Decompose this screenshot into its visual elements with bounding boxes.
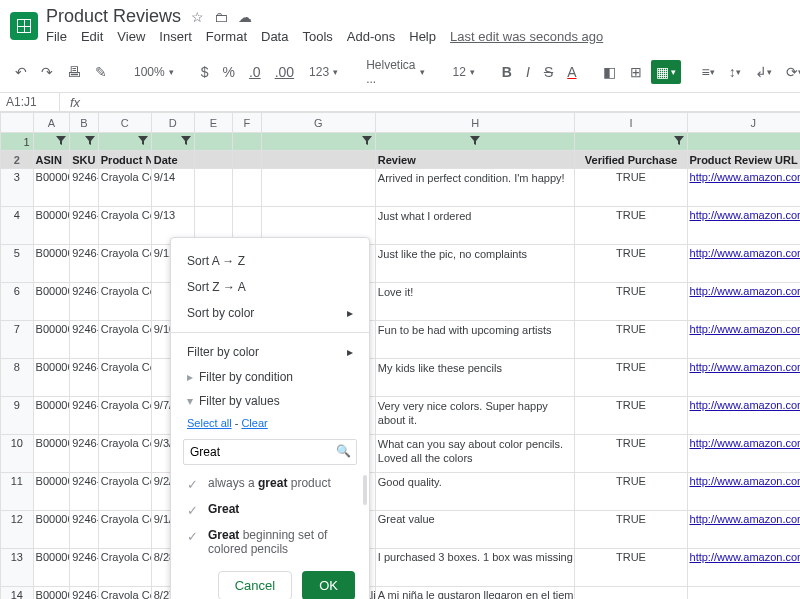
filter-dropdown: Sort A → Z Sort Z → A Sort by color▸ Fil… <box>170 237 370 599</box>
filter-icon[interactable] <box>261 133 375 151</box>
wrap-icon[interactable]: ↲▾ <box>750 60 777 84</box>
menu-insert[interactable]: Insert <box>159 29 192 44</box>
v-align-icon[interactable]: ↕▾ <box>724 60 746 84</box>
clear-link[interactable]: Clear <box>241 417 267 429</box>
col-G[interactable]: G <box>261 113 375 133</box>
table-row[interactable]: 4B000069246-Crayola Col9/13Just what I o… <box>1 207 801 245</box>
filter-value-item[interactable]: ✓Great <box>177 497 363 523</box>
col-E[interactable]: E <box>194 113 233 133</box>
h-align-icon[interactable]: ≡▾ <box>697 60 720 84</box>
currency-button[interactable]: $ <box>196 60 214 84</box>
fx-label: fx <box>60 95 90 110</box>
table-row[interactable]: 3B000069246-Crayola Col9/14Arrived in pe… <box>1 169 801 207</box>
last-edit-link[interactable]: Last edit was seconds ago <box>450 29 603 44</box>
filter-icon[interactable] <box>98 133 151 151</box>
font-select[interactable]: Helvetica ...▾ <box>360 56 430 88</box>
table-row[interactable]: 13B000069246-Crayola Col8/28/2021laxdu1M… <box>1 549 801 587</box>
app-header: Product Reviews ☆ 🗀 ☁ File Edit View Ins… <box>0 0 800 52</box>
filter-value-item[interactable]: ✓always a great product <box>177 471 363 497</box>
strikethrough-button[interactable]: S <box>539 60 558 84</box>
filter-icon[interactable] <box>33 133 70 151</box>
menu-bar: File Edit View Insert Format Data Tools … <box>46 27 603 46</box>
print-icon[interactable]: 🖶 <box>62 60 86 84</box>
sort-by-color[interactable]: Sort by color▸ <box>171 300 369 326</box>
decimal-increase-button[interactable]: .00 <box>270 60 299 84</box>
col-A[interactable]: A <box>33 113 70 133</box>
col-B[interactable]: B <box>70 113 99 133</box>
number-format-select[interactable]: 123▾ <box>303 63 344 81</box>
table-row[interactable]: 11B000069246-Crayola Col9/2/Good quality… <box>1 473 801 511</box>
cancel-button[interactable]: Cancel <box>218 571 292 599</box>
col-D[interactable]: D <box>151 113 194 133</box>
menu-addons[interactable]: Add-ons <box>347 29 395 44</box>
col-I[interactable]: I <box>575 113 687 133</box>
sheets-logo-icon <box>10 12 38 40</box>
paint-format-icon[interactable]: ✎ <box>90 60 112 84</box>
menu-edit[interactable]: Edit <box>81 29 103 44</box>
filter-value-links: Select all - Clear <box>171 413 369 433</box>
decimal-decrease-button[interactable]: .0 <box>244 60 266 84</box>
italic-button[interactable]: I <box>521 60 535 84</box>
chevron-right-icon: ▸ <box>347 306 353 320</box>
filter-icon[interactable] <box>575 133 687 151</box>
filter-values-list: ✓always a great product ✓Great ✓Great be… <box>171 471 369 561</box>
chevron-down-icon: ▾ <box>187 394 193 408</box>
table-header-row: 2 ASINSKUProduct NaDate ReviewVerified P… <box>1 151 801 169</box>
table-row[interactable]: 6B000069246-Crayola ColLove it!TRUEhttp:… <box>1 283 801 321</box>
cloud-icon[interactable]: ☁ <box>238 9 252 25</box>
table-row[interactable]: 14B000069246-Crayola Col8/27/2021Laidy5S… <box>1 587 801 600</box>
menu-tools[interactable]: Tools <box>302 29 332 44</box>
check-icon: ✓ <box>187 477 198 492</box>
table-row[interactable]: 7B000069246-Crayola Col9/10Fun to be had… <box>1 321 801 359</box>
bold-button[interactable]: B <box>497 60 517 84</box>
font-size-select[interactable]: 12▾ <box>447 63 481 81</box>
filter-by-condition[interactable]: ▸Filter by condition <box>171 365 369 389</box>
filter-search: 🔍 <box>183 439 357 465</box>
move-icon[interactable]: 🗀 <box>214 9 228 25</box>
doc-title[interactable]: Product Reviews <box>46 6 181 27</box>
scrollbar[interactable] <box>363 475 367 505</box>
col-J[interactable]: J <box>687 113 800 133</box>
filter-search-input[interactable] <box>183 439 357 465</box>
zoom-select[interactable]: 100%▾ <box>128 63 180 81</box>
table-row[interactable]: 12B000069246-Crayola Col9/1/2021palm5Gre… <box>1 511 801 549</box>
table-row[interactable]: 10B000069246-Crayola Col9/3/ What can yo… <box>1 435 801 473</box>
menu-help[interactable]: Help <box>409 29 436 44</box>
menu-data[interactable]: Data <box>261 29 288 44</box>
percent-button[interactable]: % <box>218 60 240 84</box>
table-row[interactable]: 5B000069246-Crayola Col9/11Just like the… <box>1 245 801 283</box>
column-header-row: A B C D E F G H I J <box>1 113 801 133</box>
merge-cells-icon[interactable]: ▦▾ <box>651 60 681 84</box>
borders-icon[interactable]: ⊞ <box>625 60 647 84</box>
star-icon[interactable]: ☆ <box>191 9 204 25</box>
redo-icon[interactable]: ↷ <box>36 60 58 84</box>
search-icon: 🔍 <box>336 444 351 458</box>
undo-icon[interactable]: ↶ <box>10 60 32 84</box>
fill-color-icon[interactable]: ◧ <box>598 60 621 84</box>
filter-value-item[interactable]: ✓Great beginning set of colored pencils <box>177 523 363 561</box>
ok-button[interactable]: OK <box>302 571 355 599</box>
filter-by-color[interactable]: Filter by color▸ <box>171 339 369 365</box>
menu-file[interactable]: File <box>46 29 67 44</box>
filter-icon[interactable] <box>375 133 575 151</box>
sort-za[interactable]: Sort Z → A <box>171 274 369 300</box>
col-F[interactable]: F <box>233 113 262 133</box>
spreadsheet-grid[interactable]: A B C D E F G H I J 1 2 ASINSKUProduct N… <box>0 112 800 599</box>
col-H[interactable]: H <box>375 113 575 133</box>
filter-icon[interactable] <box>70 133 99 151</box>
text-color-button[interactable]: A <box>562 60 581 84</box>
filter-icon[interactable] <box>151 133 194 151</box>
check-icon: ✓ <box>187 503 198 518</box>
table-row[interactable]: 8B000069246-Crayola ColMy kids like thes… <box>1 359 801 397</box>
menu-view[interactable]: View <box>117 29 145 44</box>
sort-az[interactable]: Sort A → Z <box>171 248 369 274</box>
select-all-link[interactable]: Select all <box>187 417 232 429</box>
col-C[interactable]: C <box>98 113 151 133</box>
rotate-icon[interactable]: ⟳▾ <box>781 60 800 84</box>
filter-by-values[interactable]: ▾Filter by values <box>171 389 369 413</box>
select-all-corner[interactable] <box>1 113 34 133</box>
name-box[interactable]: A1:J1 <box>0 93 60 111</box>
menu-format[interactable]: Format <box>206 29 247 44</box>
table-row[interactable]: 9B000069246-Crayola Col9/7/Very very nic… <box>1 397 801 435</box>
filter-icon[interactable] <box>687 133 800 151</box>
